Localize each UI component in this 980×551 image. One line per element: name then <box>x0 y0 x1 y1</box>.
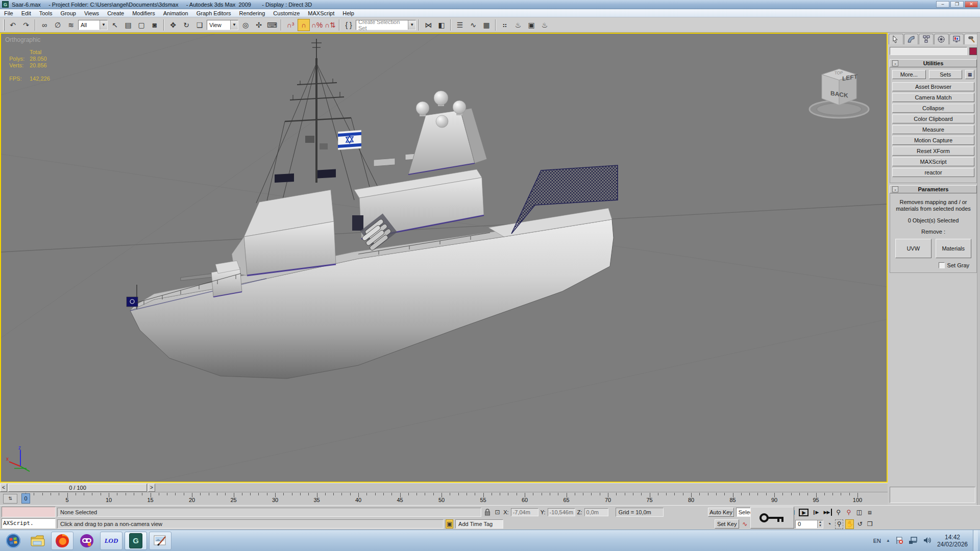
menu-item[interactable]: Animation <box>159 10 192 17</box>
select-and-move-icon[interactable]: ✥ <box>167 19 179 31</box>
undo-icon[interactable]: ↶ <box>7 19 19 31</box>
sets-button[interactable]: Sets <box>929 70 963 79</box>
set-gray-checkbox[interactable] <box>939 262 945 268</box>
3dsmax-button[interactable]: G <box>125 532 147 550</box>
orthographic-viewport[interactable]: Orthographic Total Polys:28.050 Verts:20… <box>0 33 888 483</box>
layer-manager-icon[interactable]: ☰ <box>454 19 466 31</box>
menu-item[interactable]: Create <box>103 10 128 17</box>
use-pivot-center-icon[interactable]: ◎ <box>239 19 252 31</box>
utilities-rollout-header[interactable]: Utilities - <box>890 59 977 67</box>
tab-display[interactable] <box>949 34 964 44</box>
tab-create[interactable] <box>889 34 903 44</box>
reference-coordinate-dropdown[interactable]: View▼ <box>207 20 238 30</box>
next-frame-arrow[interactable]: > <box>148 484 155 492</box>
absolute-mode-icon[interactable]: ⊡ <box>494 508 502 517</box>
more-button[interactable]: More... <box>892 70 926 79</box>
close-button[interactable]: ✕ <box>965 1 978 8</box>
menu-item[interactable]: Group <box>56 10 80 17</box>
menu-item[interactable]: Tools <box>35 10 57 17</box>
menu-item[interactable]: Graph Editors <box>192 10 235 17</box>
language-indicator[interactable]: EN <box>873 538 881 544</box>
network-icon[interactable] <box>909 536 918 545</box>
z-coordinate-field[interactable]: 0,0m <box>584 508 608 516</box>
snap-toggle-icon[interactable]: ∩³ <box>284 19 297 31</box>
select-and-scale-icon[interactable]: ❏ <box>193 19 206 31</box>
maxscript-mini-listener[interactable] <box>2 507 56 517</box>
select-and-link-icon[interactable]: ∞ <box>38 19 51 31</box>
pan-view-icon[interactable]: ✋ <box>845 519 854 529</box>
curve-editor-icon[interactable]: ∿ <box>467 19 479 31</box>
menu-item[interactable]: Modifiers <box>128 10 159 17</box>
set-keys-button[interactable] <box>750 507 794 529</box>
current-frame-field[interactable]: 0 ▲▼ <box>795 520 823 529</box>
zoom-extents-icon[interactable]: ◫ <box>855 508 863 517</box>
ship-model[interactable] <box>1 34 887 482</box>
start-button[interactable] <box>2 532 24 550</box>
time-configuration-icon[interactable]: ◔ <box>825 519 833 529</box>
angle-snap-icon[interactable]: ∩ <box>298 19 310 31</box>
menu-item[interactable]: Help <box>338 10 358 17</box>
next-frame-button[interactable]: ❙▶ <box>811 509 820 516</box>
mirror-icon[interactable]: ⋈ <box>422 19 434 31</box>
region-zoom-icon[interactable]: ⚲ <box>835 519 843 529</box>
select-object-icon[interactable]: ↖ <box>109 19 121 31</box>
auto-key-button[interactable]: Auto Key <box>708 508 733 517</box>
parameters-rollout-header[interactable]: Parameters - <box>890 185 977 193</box>
open-mini-curve-editor-icon[interactable]: ⇅ <box>3 494 17 504</box>
window-crossing-icon[interactable]: ◙ <box>149 19 161 31</box>
tab-modify[interactable] <box>904 34 919 44</box>
unlink-selection-icon[interactable]: ∅ <box>52 19 64 31</box>
zoom-extents-all-icon[interactable]: ⧈ <box>866 508 874 517</box>
maximize-button[interactable]: ❐ <box>950 1 964 8</box>
track-bar[interactable]: ⇅ 05101520253035404550556065707580859095… <box>0 492 888 505</box>
chevron-down-icon[interactable]: ▼ <box>230 20 238 30</box>
object-name-field[interactable] <box>890 47 967 55</box>
menu-item[interactable]: Customize <box>269 10 304 17</box>
x-coordinate-field[interactable]: -7,04m <box>511 508 538 516</box>
set-key-button[interactable]: Set Key <box>715 519 739 529</box>
rendered-frame-icon[interactable]: ▣ <box>525 19 537 31</box>
schematic-view-icon[interactable]: ▦ <box>480 19 493 31</box>
remove-uvw-button[interactable]: UVW <box>895 239 932 258</box>
object-color-swatch[interactable] <box>969 47 977 55</box>
percent-snap-icon[interactable]: ∩% <box>311 19 323 31</box>
tray-clock[interactable]: 14:42 24/02/2026 <box>937 534 968 548</box>
zoom-all-icon[interactable]: ⚲ <box>845 508 853 517</box>
utility-button[interactable]: Motion Capture <box>892 136 974 145</box>
toolbar-grip[interactable] <box>3 19 5 31</box>
menu-item[interactable]: Rendering <box>235 10 270 17</box>
panel-scrollbar[interactable] <box>977 33 980 505</box>
utility-button[interactable]: Camera Match <box>892 93 974 102</box>
quick-render-icon[interactable]: ♨ <box>538 19 551 31</box>
file-explorer-button[interactable] <box>27 532 49 550</box>
chevron-down-icon[interactable]: ▼ <box>408 20 415 30</box>
material-editor-icon[interactable]: ⠶ <box>499 19 511 31</box>
utility-button[interactable]: Collapse <box>892 104 974 113</box>
maximize-viewport-toggle-icon[interactable]: ❒ <box>866 519 874 529</box>
spinner-icon[interactable]: ▲▼ <box>817 520 823 528</box>
selection-lock-icon[interactable] <box>483 508 492 517</box>
utility-button[interactable]: MAXScript <box>892 157 974 166</box>
named-selection-set-combo[interactable]: Create Selection Set▼ <box>356 20 416 30</box>
rectangular-selection-icon[interactable]: ▢ <box>135 19 148 31</box>
time-tag-cube-icon[interactable]: ▣ <box>446 519 453 529</box>
go-to-end-button[interactable]: ▶▶ <box>822 509 832 516</box>
maxscript-listener-line[interactable]: AXScript. <box>2 518 56 529</box>
firefox-button[interactable] <box>51 532 74 550</box>
volume-icon[interactable] <box>923 536 932 545</box>
redo-icon[interactable]: ↷ <box>20 19 32 31</box>
add-time-tag-field[interactable]: Add Time Tag <box>455 519 503 529</box>
tab-hierarchy[interactable] <box>919 34 934 44</box>
bind-to-space-warp-icon[interactable]: ≋ <box>65 19 77 31</box>
named-selection-sets-icon[interactable]: { } <box>342 19 355 31</box>
lod-app-button[interactable]: LOD <box>100 532 122 550</box>
spinner-snap-icon[interactable]: ∩⇅ <box>324 19 336 31</box>
align-icon[interactable]: ◧ <box>435 19 448 31</box>
keyboard-override-icon[interactable]: ⌨ <box>266 19 278 31</box>
zoom-icon[interactable]: ⚲ <box>834 508 842 517</box>
current-frame-marker[interactable]: 0 <box>21 493 30 504</box>
minimize-button[interactable]: – <box>936 1 949 8</box>
viewport-label[interactable]: Orthographic <box>5 36 40 43</box>
select-and-rotate-icon[interactable]: ↻ <box>180 19 192 31</box>
render-setup-icon[interactable]: ♨ <box>512 19 524 31</box>
